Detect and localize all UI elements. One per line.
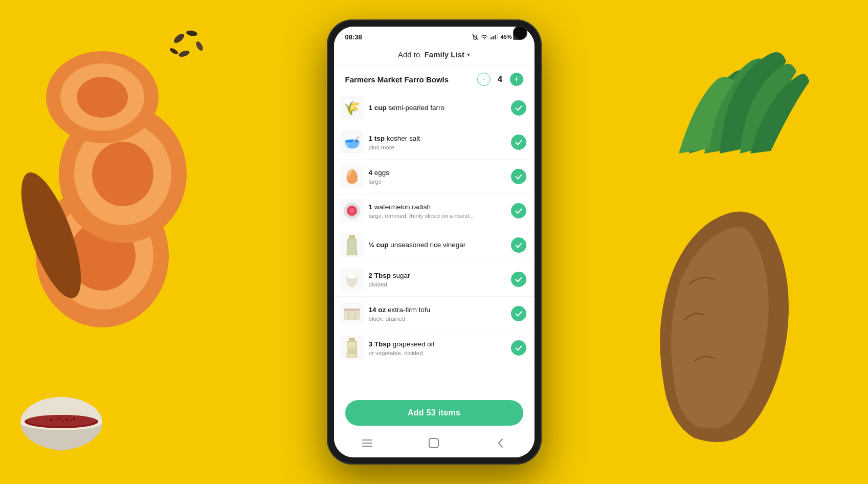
svg-rect-30 [495,35,496,39]
ingredient-image-vinegar [340,233,364,257]
ingredient-check-sugar[interactable] [511,272,526,287]
ingredient-name: 1 tsp kosher salt [369,134,506,143]
ingredient-check-farro[interactable] [511,100,526,116]
sugar-bowl-icon [342,270,362,289]
svg-point-39 [348,242,356,252]
svg-point-4 [74,123,171,225]
ingredient-sub: divided [369,281,506,288]
svg-rect-48 [348,348,356,354]
list-item[interactable]: 1 watermelon radish large, trimmed, thin… [334,194,535,228]
ingredient-sub: block, drained [369,316,506,322]
ingredient-sub: large, trimmed, thinly sliced on a mand… [369,213,506,219]
svg-point-22 [53,421,55,423]
ingredients-list: 🌾 1 cup semi-pearled farro 🥣 1 tsp koshe… [334,91,535,394]
svg-point-15 [20,397,102,448]
quinoa-bowl-deco [15,371,107,453]
chevron-down-icon[interactable]: ▾ [467,51,470,58]
ingredient-text-farro: 1 cup semi-pearled farro [369,103,506,113]
nav-home-button[interactable] [426,438,441,448]
list-item[interactable]: 🥚 4 eggs large [334,160,535,194]
svg-rect-43 [344,309,360,311]
add-to-list-bar[interactable]: Add to Family List ▾ [334,45,535,65]
list-item[interactable]: 2 Tbsp sugar divided [334,262,535,297]
list-item[interactable]: ¼ cup unseasoned rice vinegar [334,228,535,262]
greens-deco [663,41,817,169]
sweet-potato-left-deco [20,41,215,358]
sweet-potato-whole-deco [653,208,796,453]
ingredient-image-oil [340,336,364,360]
add-button-bar: Add 53 items [334,394,535,434]
svg-point-37 [349,208,354,213]
ingredient-name: 1 cup semi-pearled farro [369,103,506,113]
mute-icon [472,33,479,40]
status-bar: 08:38 45% [334,27,535,45]
ingredient-text-eggs: 4 eggs large [369,168,506,184]
list-item[interactable]: 14 oz extra-firm tofu block, drained [334,297,535,331]
add-to-list-label: Add to Family List [398,50,464,59]
list-item[interactable]: 🥣 1 tsp kosher salt plus more [334,125,535,160]
ingredient-name: 3 Tbsp grapeseed oil [369,340,506,349]
svg-rect-52 [429,438,438,448]
radish-icon [342,201,362,221]
svg-point-16 [20,415,102,430]
svg-point-14 [169,47,179,55]
svg-point-3 [59,105,187,243]
ingredient-image-tofu [340,302,364,325]
ingredient-name: 4 eggs [369,168,506,178]
svg-point-25 [73,418,75,420]
ingredient-check-tofu[interactable] [511,306,526,321]
svg-point-10 [172,32,186,45]
increase-serving-button[interactable]: + [510,73,523,86]
tofu-icon [342,304,362,323]
camera-notch [513,26,527,40]
nav-menu-button[interactable] [360,438,375,448]
ingredient-sub: large [369,179,506,185]
ingredient-check-radish[interactable] [511,203,526,218]
svg-point-13 [178,50,190,58]
battery-percent: 45% [500,34,511,40]
oil-bottle-icon [345,338,359,358]
ingredient-image-farro: 🌾 [340,96,364,120]
ingredient-image-salt: 🥣 [340,130,364,154]
svg-point-26 [46,421,47,422]
ingredient-image-radish [340,199,364,223]
ingredient-sub: or vegetable, divided [369,350,506,356]
svg-point-20 [58,417,60,420]
ingredient-check-salt[interactable] [511,135,526,150]
ingredient-text-tofu: 14 oz extra-firm tofu block, drained [369,305,506,321]
nav-back-button[interactable] [493,438,508,448]
svg-rect-28 [491,37,492,39]
svg-point-5 [92,142,153,206]
recipe-title: Farmers Market Farro Bowls [345,75,449,84]
ingredient-check-eggs[interactable] [511,169,526,184]
svg-rect-38 [349,235,355,239]
list-item[interactable]: 3 Tbsp grapeseed oil or vegetable, divid… [334,331,535,365]
serving-count: 4 [496,74,505,84]
svg-point-24 [70,420,72,422]
svg-point-12 [195,40,205,52]
svg-point-41 [347,274,357,278]
ingredient-name: ¼ cup unseasoned rice vinegar [369,240,506,250]
bottom-nav [334,434,535,457]
svg-point-7 [60,63,144,131]
add-items-button[interactable]: Add 53 items [345,400,523,426]
svg-point-6 [46,51,159,143]
ingredient-check-oil[interactable] [511,340,526,356]
decrease-serving-button[interactable]: − [477,73,491,86]
ingredient-name: 2 Tbsp sugar [369,271,506,280]
phone-screen: 08:38 45% [334,27,535,457]
ingredient-text-vinegar: ¼ cup unseasoned rice vinegar [369,240,506,250]
svg-point-18 [27,415,96,426]
svg-point-19 [50,419,52,421]
ingredient-image-sugar [340,268,364,291]
ingredient-check-vinegar[interactable] [511,237,526,253]
status-time: 08:38 [345,33,362,41]
ingredient-sub: plus more [369,144,506,150]
signal-icon [490,33,498,40]
svg-point-23 [62,421,63,422]
ingredient-text-oil: 3 Tbsp grapeseed oil or vegetable, divid… [369,340,506,356]
wifi-icon [481,33,488,40]
svg-rect-29 [493,36,494,40]
svg-point-9 [20,166,93,305]
list-item[interactable]: 🌾 1 cup semi-pearled farro [334,91,535,125]
